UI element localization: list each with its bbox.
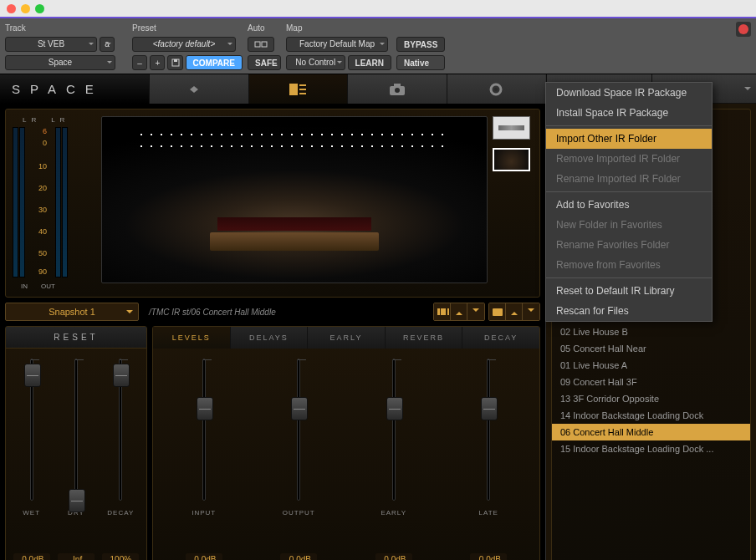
meter-in-label: IN <box>21 283 28 290</box>
learn-button[interactable]: LEARN <box>348 55 391 70</box>
browser-item[interactable]: 15 Indoor Backstage Loading Dock ... <box>552 440 750 457</box>
menu-separator <box>546 277 712 278</box>
menu-item[interactable]: Import Other IR Folder <box>546 129 712 149</box>
svg-marker-4 <box>190 86 208 93</box>
mix-slider-wet[interactable]: WET <box>11 359 53 550</box>
slider-label: INPUT <box>192 509 216 517</box>
map-select[interactable]: Factory Default Map <box>286 37 388 52</box>
svg-rect-7 <box>299 89 306 90</box>
level-value-early[interactable]: -0.0dB <box>375 553 412 560</box>
level-slider-early[interactable]: EARLY <box>373 359 415 550</box>
auto-link-button[interactable] <box>248 37 274 52</box>
slider-knob[interactable] <box>24 364 41 387</box>
param-tab-levels[interactable]: LEVELS <box>153 327 230 349</box>
bypass-button[interactable]: BYPASS <box>396 37 445 52</box>
compare-button[interactable]: COMPARE <box>186 55 243 70</box>
menu-item[interactable]: Install Space IR Package <box>546 103 712 123</box>
browser-item[interactable]: 01 Live House A <box>552 357 750 374</box>
snapshot-row: Snapshot 1 /TMC IR st/06 Concert Hall Mi… <box>5 303 540 321</box>
browser-item[interactable]: 14 Indoor Backstage Loading Dock <box>552 407 750 424</box>
slider-knob[interactable] <box>481 397 498 420</box>
menu-separator <box>546 191 712 192</box>
target-icon <box>738 24 748 34</box>
target-button[interactable] <box>736 22 751 37</box>
brand-label: SPACE <box>0 74 149 104</box>
level-value-late[interactable]: -0.0dB <box>470 553 507 560</box>
browser-item[interactable]: 02 Live House B <box>552 323 750 340</box>
folder-prev-button[interactable] <box>506 303 523 320</box>
folder-button[interactable] <box>489 303 506 320</box>
mix-slider-decay[interactable]: DECAY <box>100 359 141 550</box>
meter-out <box>55 127 68 277</box>
preset-label: Preset <box>132 22 243 33</box>
ir-prev-button[interactable] <box>451 303 467 320</box>
plugin-header: Track St VEB a Space Preset <factory def… <box>0 18 756 74</box>
ir-next-button[interactable] <box>467 303 484 320</box>
slider-label: OUTPUT <box>283 509 315 517</box>
svg-rect-1 <box>174 59 177 62</box>
thumbnail-2[interactable] <box>493 148 530 171</box>
browser-item[interactable]: 06 Concert Hall Middle <box>552 424 750 440</box>
slider-knob[interactable] <box>197 397 213 420</box>
param-tab-early[interactable]: EARLY <box>307 327 385 349</box>
folder-next-button[interactable] <box>523 303 539 320</box>
close-window-button[interactable] <box>7 4 16 13</box>
tab-settings[interactable] <box>447 74 546 104</box>
folder-icon <box>493 308 503 316</box>
svg-rect-6 <box>299 84 306 86</box>
down-icon <box>472 308 479 315</box>
menu-item[interactable]: Rescan for Files <box>546 301 712 321</box>
level-slider-input[interactable]: INPUT <box>183 359 225 550</box>
param-tab-decay[interactable]: DECAY <box>462 327 539 349</box>
preset-next-button[interactable]: + <box>150 55 165 70</box>
plugin-select[interactable]: Space <box>5 55 115 70</box>
menu-item[interactable]: Reset to Default IR Library <box>546 281 712 301</box>
ir-preview-image <box>101 116 488 283</box>
browser-item[interactable]: 05 Concert Hall Near <box>552 340 750 357</box>
tab-waveform[interactable] <box>149 74 248 104</box>
slider-knob[interactable] <box>386 397 403 420</box>
window-titlebar <box>0 0 756 17</box>
browser-item[interactable]: 13 3F Corridor Opposite <box>552 390 750 407</box>
svg-rect-10 <box>394 84 401 87</box>
tab-snapshot[interactable] <box>347 74 447 104</box>
browser-item[interactable]: 09 Concert Hall 3F <box>552 374 750 390</box>
preset-prev-button[interactable]: – <box>132 55 147 70</box>
insert-slot-select[interactable]: a <box>100 37 115 52</box>
track-select[interactable]: St VEB <box>5 37 97 52</box>
slider-knob[interactable] <box>113 364 130 387</box>
preset-save-button[interactable] <box>167 55 182 70</box>
mix-value-decay[interactable]: 100% <box>102 553 139 560</box>
preset-select[interactable]: <factory default> <box>132 37 236 52</box>
svg-rect-2 <box>255 42 260 47</box>
menu-item[interactable]: Download Space IR Package <box>546 83 712 103</box>
zoom-window-button[interactable] <box>35 4 44 13</box>
param-tab-reverb[interactable]: REVERB <box>385 327 462 349</box>
auto-label: Auto <box>248 22 281 33</box>
param-tab-delays[interactable]: DELAYS <box>230 327 308 349</box>
reset-button[interactable]: RESET <box>6 327 146 349</box>
edit-context-menu[interactable]: Download Space IR PackageInstall Space I… <box>545 82 713 322</box>
svg-point-11 <box>395 88 400 93</box>
level-value-output[interactable]: -0.0dB <box>280 553 317 560</box>
svg-rect-5 <box>289 84 298 95</box>
menu-item[interactable]: Add to Favorites <box>546 195 712 215</box>
tab-picture[interactable] <box>248 74 348 104</box>
level-slider-output[interactable]: OUTPUT <box>278 359 319 550</box>
control-select[interactable]: No Control <box>286 55 345 70</box>
slider-knob[interactable] <box>291 397 308 420</box>
ir-wave-button[interactable] <box>434 303 451 320</box>
slider-label: WET <box>23 509 40 517</box>
mix-slider-dry[interactable]: DRY <box>55 359 97 550</box>
minimize-window-button[interactable] <box>21 4 30 13</box>
level-value-input[interactable]: -0.0dB <box>186 553 222 560</box>
mix-value-wet[interactable]: -0.0dB <box>13 553 50 560</box>
level-slider-late[interactable]: LATE <box>467 359 509 550</box>
thumbnail-1[interactable] <box>493 116 530 140</box>
snapshot-select[interactable]: Snapshot 1 <box>5 303 139 321</box>
menu-item: Rename Favorites Folder <box>546 235 712 255</box>
meter-lr-in: L R <box>23 116 38 124</box>
slider-knob[interactable] <box>69 489 85 512</box>
safe-button[interactable]: SAFE <box>248 55 281 70</box>
mix-value-dry[interactable]: -Inf <box>58 553 94 560</box>
